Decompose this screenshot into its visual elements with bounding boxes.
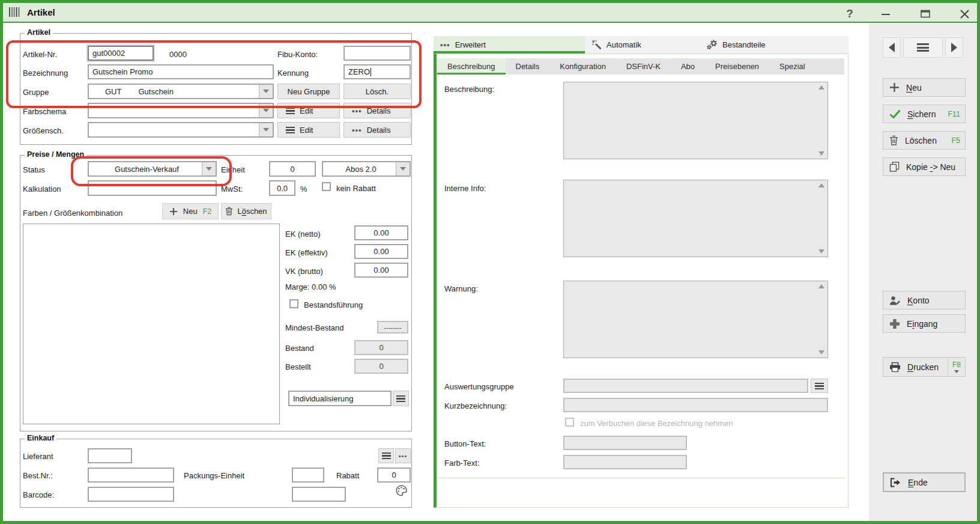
- scrollbar[interactable]: [817, 181, 826, 255]
- trash-icon: [225, 207, 233, 216]
- palette-icon[interactable]: [395, 484, 408, 499]
- help-button[interactable]: ?: [841, 7, 859, 21]
- farbschema-combobox[interactable]: [88, 103, 274, 118]
- farbschema-dropdown-arrow[interactable]: [259, 104, 273, 117]
- lieferant-input[interactable]: [88, 448, 132, 463]
- sichern-button[interactable]: Sichern F11: [883, 105, 966, 123]
- barcode-input[interactable]: [88, 487, 174, 502]
- maximize-button[interactable]: [916, 7, 934, 21]
- scrollbar[interactable]: [817, 84, 826, 157]
- farb-text-label: Farb-Text:: [444, 458, 480, 468]
- scroll-up-icon[interactable]: [818, 284, 824, 288]
- einheit-dropdown-arrow[interactable]: [396, 162, 410, 175]
- konto-button[interactable]: Konto: [883, 291, 966, 309]
- warnung-textarea[interactable]: [563, 281, 828, 358]
- nav-previous-button[interactable]: [883, 37, 901, 58]
- scroll-down-icon[interactable]: [818, 249, 824, 254]
- rabatt-input[interactable]: 0: [377, 468, 411, 483]
- einheit-input[interactable]: 0: [269, 161, 316, 177]
- minimize-button[interactable]: [877, 7, 895, 21]
- gruppe-dropdown-arrow[interactable]: [259, 85, 273, 98]
- neu-gruppe-button[interactable]: Neu Gruppe: [277, 84, 340, 99]
- kennung-input[interactable]: ZERO: [343, 64, 411, 79]
- beschreibung-textarea[interactable]: [563, 82, 828, 159]
- scrollbar[interactable]: [817, 282, 826, 356]
- button-text-input[interactable]: [563, 436, 687, 450]
- gruppe-combobox[interactable]: GUT Gutschein: [88, 84, 274, 99]
- interne-info-textarea[interactable]: [563, 180, 828, 257]
- tab-bestandteile[interactable]: Bestandteile: [700, 36, 848, 53]
- ek-effektiv-input[interactable]: 0.00: [354, 244, 408, 259]
- subtab-konfiguration[interactable]: Konfiguration: [549, 58, 616, 75]
- fibu-konto-input[interactable]: [343, 46, 411, 61]
- groessensch-dropdown-arrow[interactable]: [259, 123, 273, 136]
- neu-button[interactable]: Neu: [883, 78, 966, 97]
- dots-icon: •••: [352, 126, 362, 135]
- menu-icon: [382, 452, 391, 459]
- farben-groessen-listbox[interactable]: [23, 224, 280, 424]
- auswertungsgruppe-menu-button[interactable]: [811, 379, 828, 393]
- individualisierung-menu-button[interactable]: [393, 391, 409, 406]
- eingang-label: Eingang: [907, 319, 937, 329]
- artikel-nr-input[interactable]: gut00002: [88, 46, 154, 61]
- drucken-fkey: F8: [952, 361, 961, 369]
- dots-icon: •••: [352, 106, 362, 115]
- subtab-abo[interactable]: Abo: [671, 58, 705, 75]
- scroll-down-icon[interactable]: [818, 151, 824, 156]
- groessensch-details-button[interactable]: •••Details: [343, 122, 411, 138]
- loesch-gruppe-button[interactable]: Lösch.: [343, 84, 411, 99]
- lieferant-details-button[interactable]: •••: [395, 448, 411, 463]
- kopie-neu-button[interactable]: Kopie -> Neu: [883, 157, 966, 176]
- subtab-details[interactable]: Details: [506, 58, 550, 75]
- kombination-loeschen-button[interactable]: Löschen: [221, 203, 271, 219]
- subtab-beschreibung[interactable]: Beschreibung: [437, 58, 506, 75]
- close-button[interactable]: [955, 7, 973, 21]
- nav-list-button[interactable]: [903, 37, 943, 58]
- tab-erweitert[interactable]: ••• Erweitert: [434, 36, 585, 53]
- mindest-bestand-input[interactable]: --------: [377, 321, 408, 334]
- farbschema-edit-button[interactable]: Edit: [277, 103, 340, 118]
- individualisierung-input[interactable]: Individualisierung: [288, 391, 392, 406]
- nav-next-button[interactable]: [945, 37, 963, 58]
- eingang-button[interactable]: Eingang: [883, 314, 966, 333]
- status-combobox[interactable]: Gutschein-Verkauf: [88, 161, 217, 177]
- loeschen-button[interactable]: Löschen F5: [883, 131, 966, 150]
- groessensch-combobox[interactable]: [88, 122, 274, 138]
- kein-rabatt-checkbox[interactable]: [322, 182, 331, 191]
- vk-brutto-input[interactable]: 0.00: [354, 263, 408, 278]
- subtab-spezial[interactable]: Spezial: [769, 58, 815, 75]
- bestandsfuehrung-checkbox[interactable]: [289, 299, 298, 308]
- kombination-neu-button[interactable]: Neu F2: [162, 203, 219, 219]
- bezeichnung-input[interactable]: Gutschein Promo: [88, 64, 274, 79]
- lieferant-menu-button[interactable]: [378, 448, 394, 463]
- mwst-input[interactable]: 0.0: [269, 180, 295, 196]
- kurzbezeichnung-input[interactable]: [563, 398, 828, 412]
- bestellt-input[interactable]: 0: [354, 359, 408, 374]
- kurzbezeichnung-label: Kurzbezeichnung:: [444, 401, 507, 410]
- scroll-up-icon[interactable]: [818, 183, 824, 187]
- drucken-button[interactable]: Drucken F8: [883, 357, 966, 377]
- farbschema-details-button[interactable]: •••Details: [343, 103, 411, 118]
- sichern-fkey: F11: [948, 110, 960, 118]
- einheit-unit-combobox[interactable]: Abos 2.0: [322, 161, 411, 177]
- groessensch-edit-button[interactable]: Edit: [277, 122, 340, 138]
- farb-text-input[interactable]: [563, 455, 687, 469]
- kalkulation-input[interactable]: [88, 180, 217, 196]
- bestand-input[interactable]: 0: [354, 340, 408, 355]
- barcode-input-2[interactable]: [292, 487, 346, 502]
- tab-automatik[interactable]: Automatik: [585, 36, 700, 53]
- ek-netto-input[interactable]: 0.00: [354, 225, 408, 240]
- bezeichnung-label: Bezeichnung: [23, 69, 68, 78]
- best-nr-input[interactable]: [88, 468, 174, 483]
- ende-button[interactable]: Ende: [883, 472, 966, 492]
- subtab-preisebenen[interactable]: Preisebenen: [705, 58, 769, 75]
- drucken-dropdown[interactable]: F8: [948, 358, 965, 376]
- scroll-down-icon[interactable]: [818, 350, 824, 355]
- scroll-up-icon[interactable]: [818, 85, 824, 90]
- packungs-einheit-input[interactable]: [292, 468, 324, 483]
- verbuchen-checkbox[interactable]: [565, 418, 574, 427]
- status-dropdown-arrow[interactable]: [202, 162, 216, 175]
- auswertungsgruppe-input[interactable]: [563, 379, 808, 393]
- subtab-dsfinv-k[interactable]: DSFinV-K: [616, 58, 671, 75]
- barcode-icon: [8, 6, 22, 20]
